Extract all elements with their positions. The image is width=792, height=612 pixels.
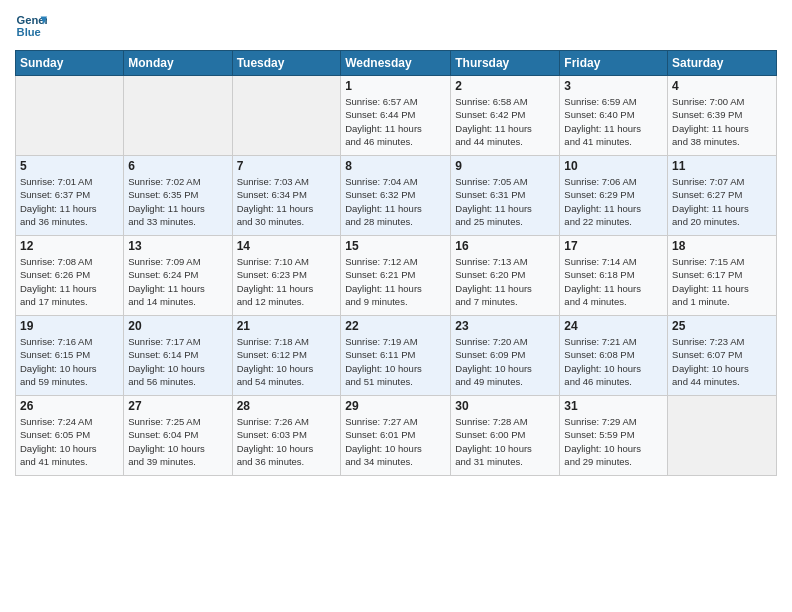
day-info: Sunrise: 6:58 AM Sunset: 6:42 PM Dayligh… [455,95,555,148]
calendar-table: SundayMondayTuesdayWednesdayThursdayFrid… [15,50,777,476]
calendar-cell: 23Sunrise: 7:20 AM Sunset: 6:09 PM Dayli… [451,316,560,396]
logo-icon: General Blue [15,10,47,42]
header-sunday: Sunday [16,51,124,76]
calendar-cell [232,76,341,156]
day-info: Sunrise: 7:25 AM Sunset: 6:04 PM Dayligh… [128,415,227,468]
day-info: Sunrise: 7:20 AM Sunset: 6:09 PM Dayligh… [455,335,555,388]
calendar-cell: 18Sunrise: 7:15 AM Sunset: 6:17 PM Dayli… [668,236,777,316]
calendar-cell: 15Sunrise: 7:12 AM Sunset: 6:21 PM Dayli… [341,236,451,316]
day-info: Sunrise: 7:28 AM Sunset: 6:00 PM Dayligh… [455,415,555,468]
header-wednesday: Wednesday [341,51,451,76]
calendar-cell: 29Sunrise: 7:27 AM Sunset: 6:01 PM Dayli… [341,396,451,476]
calendar-cell [668,396,777,476]
day-number: 2 [455,79,555,93]
day-info: Sunrise: 7:09 AM Sunset: 6:24 PM Dayligh… [128,255,227,308]
day-info: Sunrise: 7:08 AM Sunset: 6:26 PM Dayligh… [20,255,119,308]
calendar-cell: 24Sunrise: 7:21 AM Sunset: 6:08 PM Dayli… [560,316,668,396]
day-number: 20 [128,319,227,333]
calendar-cell: 4Sunrise: 7:00 AM Sunset: 6:39 PM Daylig… [668,76,777,156]
week-row-3: 12Sunrise: 7:08 AM Sunset: 6:26 PM Dayli… [16,236,777,316]
day-number: 28 [237,399,337,413]
week-row-2: 5Sunrise: 7:01 AM Sunset: 6:37 PM Daylig… [16,156,777,236]
day-info: Sunrise: 6:59 AM Sunset: 6:40 PM Dayligh… [564,95,663,148]
day-info: Sunrise: 7:05 AM Sunset: 6:31 PM Dayligh… [455,175,555,228]
day-number: 19 [20,319,119,333]
day-number: 30 [455,399,555,413]
calendar-cell: 13Sunrise: 7:09 AM Sunset: 6:24 PM Dayli… [124,236,232,316]
calendar-cell: 3Sunrise: 6:59 AM Sunset: 6:40 PM Daylig… [560,76,668,156]
calendar-cell: 6Sunrise: 7:02 AM Sunset: 6:35 PM Daylig… [124,156,232,236]
week-row-4: 19Sunrise: 7:16 AM Sunset: 6:15 PM Dayli… [16,316,777,396]
logo: General Blue [15,10,51,42]
day-number: 11 [672,159,772,173]
day-number: 16 [455,239,555,253]
days-header-row: SundayMondayTuesdayWednesdayThursdayFrid… [16,51,777,76]
calendar-cell: 28Sunrise: 7:26 AM Sunset: 6:03 PM Dayli… [232,396,341,476]
calendar-cell: 19Sunrise: 7:16 AM Sunset: 6:15 PM Dayli… [16,316,124,396]
day-info: Sunrise: 7:06 AM Sunset: 6:29 PM Dayligh… [564,175,663,228]
calendar-cell: 2Sunrise: 6:58 AM Sunset: 6:42 PM Daylig… [451,76,560,156]
day-number: 22 [345,319,446,333]
week-row-1: 1Sunrise: 6:57 AM Sunset: 6:44 PM Daylig… [16,76,777,156]
day-number: 18 [672,239,772,253]
day-number: 12 [20,239,119,253]
day-number: 8 [345,159,446,173]
day-info: Sunrise: 7:18 AM Sunset: 6:12 PM Dayligh… [237,335,337,388]
calendar-cell: 9Sunrise: 7:05 AM Sunset: 6:31 PM Daylig… [451,156,560,236]
day-info: Sunrise: 7:07 AM Sunset: 6:27 PM Dayligh… [672,175,772,228]
day-number: 3 [564,79,663,93]
day-info: Sunrise: 7:27 AM Sunset: 6:01 PM Dayligh… [345,415,446,468]
day-info: Sunrise: 7:26 AM Sunset: 6:03 PM Dayligh… [237,415,337,468]
day-number: 7 [237,159,337,173]
page-header: General Blue [15,10,777,42]
calendar-cell: 16Sunrise: 7:13 AM Sunset: 6:20 PM Dayli… [451,236,560,316]
day-number: 4 [672,79,772,93]
day-info: Sunrise: 7:00 AM Sunset: 6:39 PM Dayligh… [672,95,772,148]
day-number: 31 [564,399,663,413]
calendar-cell: 1Sunrise: 6:57 AM Sunset: 6:44 PM Daylig… [341,76,451,156]
day-info: Sunrise: 7:03 AM Sunset: 6:34 PM Dayligh… [237,175,337,228]
day-number: 26 [20,399,119,413]
day-info: Sunrise: 7:13 AM Sunset: 6:20 PM Dayligh… [455,255,555,308]
day-info: Sunrise: 7:10 AM Sunset: 6:23 PM Dayligh… [237,255,337,308]
day-number: 13 [128,239,227,253]
calendar-cell: 14Sunrise: 7:10 AM Sunset: 6:23 PM Dayli… [232,236,341,316]
calendar-cell: 21Sunrise: 7:18 AM Sunset: 6:12 PM Dayli… [232,316,341,396]
calendar-cell: 17Sunrise: 7:14 AM Sunset: 6:18 PM Dayli… [560,236,668,316]
day-number: 24 [564,319,663,333]
header-thursday: Thursday [451,51,560,76]
calendar-cell: 11Sunrise: 7:07 AM Sunset: 6:27 PM Dayli… [668,156,777,236]
calendar-cell: 27Sunrise: 7:25 AM Sunset: 6:04 PM Dayli… [124,396,232,476]
header-monday: Monday [124,51,232,76]
calendar-cell: 22Sunrise: 7:19 AM Sunset: 6:11 PM Dayli… [341,316,451,396]
day-info: Sunrise: 6:57 AM Sunset: 6:44 PM Dayligh… [345,95,446,148]
day-number: 9 [455,159,555,173]
day-number: 21 [237,319,337,333]
day-info: Sunrise: 7:15 AM Sunset: 6:17 PM Dayligh… [672,255,772,308]
day-info: Sunrise: 7:14 AM Sunset: 6:18 PM Dayligh… [564,255,663,308]
day-number: 15 [345,239,446,253]
calendar-cell: 30Sunrise: 7:28 AM Sunset: 6:00 PM Dayli… [451,396,560,476]
day-number: 6 [128,159,227,173]
calendar-cell: 20Sunrise: 7:17 AM Sunset: 6:14 PM Dayli… [124,316,232,396]
calendar-cell: 10Sunrise: 7:06 AM Sunset: 6:29 PM Dayli… [560,156,668,236]
svg-text:Blue: Blue [17,26,41,38]
day-number: 27 [128,399,227,413]
calendar-cell: 12Sunrise: 7:08 AM Sunset: 6:26 PM Dayli… [16,236,124,316]
day-number: 23 [455,319,555,333]
day-number: 5 [20,159,119,173]
day-info: Sunrise: 7:16 AM Sunset: 6:15 PM Dayligh… [20,335,119,388]
day-number: 17 [564,239,663,253]
calendar-cell: 26Sunrise: 7:24 AM Sunset: 6:05 PM Dayli… [16,396,124,476]
day-info: Sunrise: 7:02 AM Sunset: 6:35 PM Dayligh… [128,175,227,228]
week-row-5: 26Sunrise: 7:24 AM Sunset: 6:05 PM Dayli… [16,396,777,476]
day-info: Sunrise: 7:21 AM Sunset: 6:08 PM Dayligh… [564,335,663,388]
day-number: 25 [672,319,772,333]
day-info: Sunrise: 7:29 AM Sunset: 5:59 PM Dayligh… [564,415,663,468]
header-tuesday: Tuesday [232,51,341,76]
day-number: 14 [237,239,337,253]
calendar-cell: 25Sunrise: 7:23 AM Sunset: 6:07 PM Dayli… [668,316,777,396]
calendar-cell [124,76,232,156]
header-saturday: Saturday [668,51,777,76]
day-number: 10 [564,159,663,173]
